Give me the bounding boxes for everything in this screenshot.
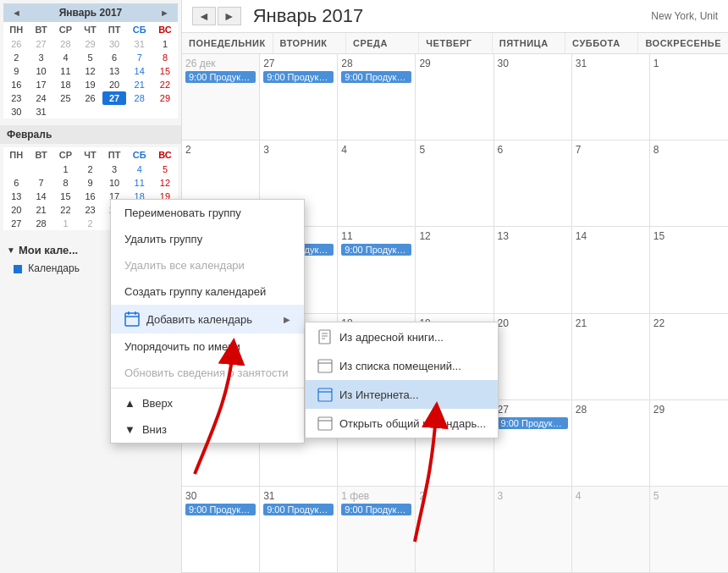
day-cell[interactable]: 119:00 Продуктовый к bbox=[338, 227, 416, 312]
menu-create-group[interactable]: Создать группу календарей bbox=[111, 278, 304, 305]
day-number: 11 bbox=[341, 230, 411, 242]
submenu-open-shared-label: Открыть общий календарь... bbox=[339, 417, 486, 430]
day-cell[interactable]: 2 bbox=[416, 487, 494, 572]
dow-tue: ВТ bbox=[30, 22, 53, 37]
menu-add-calendar-label: Добавить календарь bbox=[146, 313, 252, 326]
day-number: 5 bbox=[419, 144, 489, 156]
feb-dow-sun: ВС bbox=[152, 147, 178, 163]
svg-rect-8 bbox=[318, 360, 332, 372]
event-bar[interactable]: 9:00 Продуктовый комите... bbox=[263, 71, 334, 83]
my-calendars-title: Мои кале... bbox=[19, 244, 78, 256]
event-bar[interactable]: 9:00 Продуктовый к bbox=[498, 417, 568, 429]
day-number: 3 bbox=[263, 144, 334, 156]
feb-section-label[interactable]: Февраль bbox=[0, 125, 181, 144]
day-cell[interactable]: 8 bbox=[650, 140, 728, 226]
dow-sun: ВС bbox=[152, 22, 178, 37]
svg-rect-12 bbox=[318, 417, 332, 430]
menu-add-calendar[interactable]: Добавить календарь ▶ bbox=[111, 305, 304, 333]
menu-rename-label: Переименовать группу bbox=[124, 207, 241, 219]
day-number: 14 bbox=[576, 230, 646, 242]
day-cell[interactable]: 12 bbox=[416, 227, 494, 312]
submenu-from-rooms[interactable]: Из списка помещений... bbox=[306, 351, 498, 380]
day-number: 7 bbox=[576, 144, 646, 156]
day-number: 2 bbox=[185, 144, 256, 156]
main-next-btn[interactable]: ► bbox=[218, 7, 241, 25]
day-cell[interactable]: 319:00 Продуктовый комите... bbox=[260, 487, 338, 572]
day-cell[interactable]: 4 bbox=[572, 487, 650, 572]
header-thu: ЧЕТВЕРГ bbox=[419, 33, 492, 53]
menu-delete-all-cals-label: Удалить все календари bbox=[124, 259, 245, 272]
feb-dow-thu: ЧТ bbox=[78, 147, 102, 163]
day-cell[interactable]: 5 bbox=[650, 487, 728, 572]
jan-prev-btn[interactable]: ◄ bbox=[8, 8, 25, 18]
calendar-dot bbox=[14, 265, 22, 273]
submenu-from-address-book[interactable]: Из адресной книги... bbox=[306, 322, 498, 351]
event-bar[interactable]: 9:00 Продуктовый комите... bbox=[263, 504, 334, 515]
menu-down-label: Вниз bbox=[142, 423, 167, 436]
feb-dow-mon: ПН bbox=[3, 147, 30, 163]
day-number: 13 bbox=[498, 230, 568, 242]
submenu-from-rooms-label: Из списка помещений... bbox=[339, 360, 461, 372]
day-cell[interactable]: 6 bbox=[494, 140, 572, 226]
day-cell[interactable]: 29 bbox=[650, 400, 728, 486]
day-cell[interactable]: 309:00 Продуктовый комите... bbox=[182, 487, 260, 572]
day-number: 30 bbox=[498, 58, 568, 69]
jan-next-btn[interactable]: ► bbox=[157, 8, 173, 18]
jan-mini-cal-title: Январь 2017 bbox=[59, 7, 123, 19]
day-cell[interactable]: 14 bbox=[572, 227, 650, 312]
jan-mini-cal-table: ПН ВТ СР ЧТ ПТ СБ ВС 2627282930311234567… bbox=[3, 22, 178, 118]
submenu-from-internet[interactable]: Из Интернета... bbox=[306, 380, 498, 409]
day-number: 3 bbox=[498, 490, 568, 502]
day-cell[interactable]: 29 bbox=[416, 54, 494, 140]
day-number: 8 bbox=[654, 144, 725, 156]
header-mon: ПОНЕДЕЛЬНИК bbox=[182, 33, 273, 53]
day-cell[interactable]: 31 bbox=[572, 54, 650, 140]
event-bar[interactable]: 9:00 Продуктовый комите... bbox=[185, 71, 256, 83]
day-cell[interactable]: 30 bbox=[494, 54, 572, 140]
day-cell[interactable]: 279:00 Продуктовый к bbox=[494, 400, 572, 486]
day-cell[interactable]: 15 bbox=[650, 227, 728, 312]
menu-up[interactable]: ▲ Вверх bbox=[111, 390, 304, 416]
submenu-open-shared[interactable]: Открыть общий календарь... bbox=[306, 409, 498, 438]
dow-sat: СБ bbox=[126, 22, 152, 37]
menu-refresh-busy: Обновить сведения о занятости bbox=[111, 360, 304, 386]
day-cell[interactable]: 5 bbox=[416, 140, 494, 226]
add-calendar-arrow: ▶ bbox=[284, 315, 290, 324]
day-number: 29 bbox=[419, 58, 489, 69]
menu-down[interactable]: ▼ Вниз bbox=[111, 416, 304, 443]
event-bar[interactable]: 9:00 Продуктовый к bbox=[341, 244, 411, 256]
menu-delete-group[interactable]: Удалить группу bbox=[111, 226, 304, 252]
day-cell[interactable]: 4 bbox=[338, 140, 416, 226]
day-cell[interactable]: 22 bbox=[650, 314, 728, 399]
day-cell[interactable]: 279:00 Продуктовый комите... bbox=[260, 54, 338, 140]
day-cell[interactable]: 289:00 Продуктовый к bbox=[338, 54, 416, 140]
submenu: Из адресной книги... Из списка помещений… bbox=[305, 322, 499, 438]
day-cell[interactable]: 21 bbox=[572, 314, 650, 399]
event-bar[interactable]: 9:00 Продуктовый к bbox=[341, 504, 411, 515]
day-cell[interactable]: 26 дек9:00 Продуктовый комите... bbox=[182, 54, 260, 140]
week-row-5: 309:00 Продуктовый комите...319:00 Проду… bbox=[182, 487, 728, 573]
dow-mon: ПН bbox=[3, 22, 30, 37]
day-number: 31 bbox=[576, 58, 646, 69]
day-cell[interactable]: 20 bbox=[494, 314, 572, 399]
menu-sort-by-name-label: Упорядочить по имени bbox=[124, 340, 240, 353]
event-bar[interactable]: 9:00 Продуктовый комите... bbox=[185, 504, 256, 515]
submenu-from-internet-label: Из Интернета... bbox=[339, 388, 419, 401]
header-fri: ПЯТНИЦА bbox=[493, 33, 565, 53]
day-cell[interactable]: 1 bbox=[650, 54, 728, 140]
day-number: 15 bbox=[654, 230, 725, 242]
day-cell[interactable]: 7 bbox=[572, 140, 650, 226]
address-book-icon bbox=[317, 329, 333, 344]
menu-sort-by-name[interactable]: Упорядочить по имени bbox=[111, 333, 304, 360]
day-cell[interactable]: 1 фев9:00 Продуктовый к bbox=[338, 487, 416, 572]
day-cell[interactable]: 28 bbox=[572, 400, 650, 486]
submenu-from-address-book-label: Из адресной книги... bbox=[339, 331, 444, 344]
my-calendars-arrow: ▼ bbox=[7, 245, 15, 255]
timezone-label: New York, Unit bbox=[651, 10, 718, 22]
main-prev-btn[interactable]: ◄ bbox=[192, 7, 216, 25]
event-bar[interactable]: 9:00 Продуктовый к bbox=[341, 71, 411, 83]
day-cell[interactable]: 13 bbox=[494, 227, 572, 312]
day-number: 20 bbox=[498, 317, 568, 329]
day-cell[interactable]: 3 bbox=[494, 487, 572, 572]
menu-rename-group[interactable]: Переименовать группу bbox=[111, 200, 304, 226]
